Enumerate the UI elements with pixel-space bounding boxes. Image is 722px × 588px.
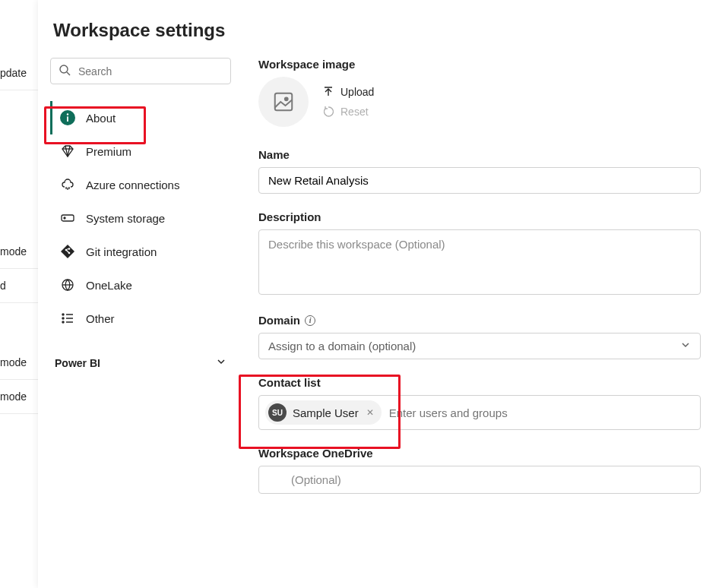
diamond-icon — [60, 144, 75, 159]
nav-azure[interactable]: Azure connections — [50, 168, 231, 201]
onedrive-input[interactable] — [290, 473, 691, 487]
powerbi-expander[interactable]: Power BI — [50, 346, 231, 369]
upload-button[interactable]: Upload — [322, 86, 374, 98]
onedrive-label: Workspace OneDrive — [258, 447, 701, 460]
domain-select[interactable]: Assign to a domain (optional) — [258, 333, 701, 359]
cloud-icon — [60, 177, 75, 192]
bg-item: mode — [0, 235, 38, 269]
storage-icon — [60, 210, 75, 226]
name-input[interactable] — [258, 167, 701, 194]
name-label: Name — [258, 148, 701, 161]
contact-chip-name: Sample User — [293, 406, 359, 419]
reset-label: Reset — [340, 106, 369, 118]
avatar: SU — [268, 403, 287, 422]
chevron-down-icon — [680, 340, 691, 352]
page-title: Workspace settings — [53, 20, 701, 41]
contact-chip[interactable]: SU Sample User ✕ — [265, 400, 382, 425]
contact-text-input[interactable] — [388, 406, 694, 420]
nav-git[interactable]: Git integration — [50, 235, 231, 268]
git-icon — [60, 244, 75, 259]
settings-panel: Workspace settings About Premium — [38, 0, 722, 588]
upload-icon — [322, 86, 334, 98]
search-field[interactable] — [77, 65, 223, 78]
nav-label: Git integration — [86, 245, 157, 258]
nav-label: OneLake — [86, 279, 132, 292]
nav-premium[interactable]: Premium — [50, 134, 231, 168]
expander-label: Power BI — [55, 357, 100, 369]
list-icon — [60, 311, 75, 326]
nav-storage[interactable]: System storage — [50, 201, 231, 235]
workspace-image-placeholder[interactable] — [258, 77, 309, 127]
nav-onelake[interactable]: OneLake — [50, 268, 231, 302]
reset-button: Reset — [322, 106, 374, 118]
search-icon — [59, 64, 71, 78]
description-input[interactable] — [258, 229, 701, 295]
bg-item: mode — [0, 346, 38, 380]
info-icon — [60, 110, 75, 125]
onelake-icon — [60, 277, 75, 292]
contact-list-input[interactable]: SU Sample User ✕ — [258, 395, 701, 430]
contact-list-label: Contact list — [258, 376, 701, 389]
onedrive-input-wrap[interactable] — [258, 466, 701, 494]
image-icon — [272, 90, 295, 113]
nav-label: Premium — [86, 145, 131, 158]
info-icon[interactable]: i — [305, 315, 315, 326]
domain-label: Domain — [258, 314, 300, 327]
svg-point-13 — [62, 321, 64, 323]
description-label: Description — [258, 210, 701, 223]
svg-line-1 — [67, 72, 70, 75]
nav-about[interactable]: About — [50, 101, 231, 134]
reset-icon — [322, 106, 334, 118]
bg-item: d — [0, 269, 38, 303]
search-input[interactable] — [50, 58, 231, 84]
upload-label: Upload — [340, 86, 374, 98]
svg-point-6 — [64, 217, 65, 219]
workspace-image-label: Workspace image — [258, 58, 701, 71]
nav-label: About — [86, 112, 116, 125]
svg-point-12 — [62, 318, 64, 319]
remove-chip-icon[interactable]: ✕ — [365, 407, 375, 418]
nav-label: Other — [86, 312, 115, 325]
main-content: Workspace image Upload Reset — [258, 58, 701, 511]
nav-label: Azure connections — [86, 179, 179, 191]
domain-placeholder: Assign to a domain (optional) — [268, 340, 416, 352]
svg-point-0 — [60, 65, 68, 73]
nav-other[interactable]: Other — [50, 302, 231, 335]
svg-point-11 — [62, 314, 64, 315]
chevron-down-icon — [216, 356, 226, 369]
svg-rect-3 — [67, 116, 68, 122]
background-list: pdate mode d mode mode — [0, 0, 38, 414]
nav-label: System storage — [86, 212, 165, 225]
sidebar: About Premium Azure connections System s… — [50, 58, 231, 511]
svg-point-4 — [67, 113, 68, 115]
bg-item: pdate — [0, 56, 38, 90]
svg-point-18 — [285, 97, 288, 100]
bg-item: mode — [0, 380, 38, 414]
